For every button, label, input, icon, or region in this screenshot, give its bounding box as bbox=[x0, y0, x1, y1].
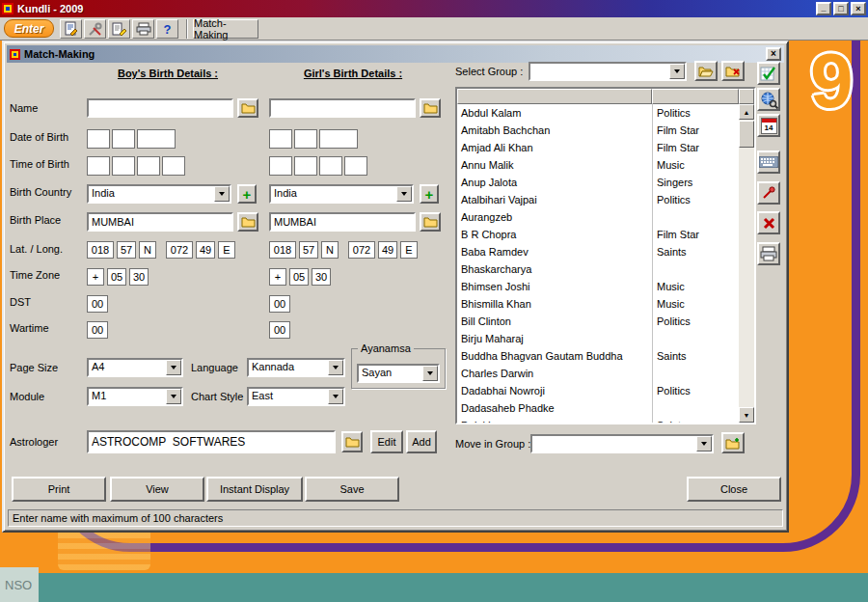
tools-button[interactable] bbox=[84, 19, 106, 39]
boy-lat-dir-input[interactable] bbox=[139, 241, 156, 259]
chart-style-select[interactable]: East bbox=[247, 387, 345, 406]
girl-dob-day-input[interactable] bbox=[269, 129, 292, 149]
boy-dob-year-input[interactable] bbox=[137, 129, 176, 149]
list-item[interactable]: Atalbihari VajpaiPolitics bbox=[457, 191, 739, 208]
chevron-down-icon[interactable] bbox=[669, 64, 685, 79]
boy-dob-month-input[interactable] bbox=[112, 129, 135, 149]
chevron-down-icon[interactable] bbox=[166, 389, 181, 404]
new-chart-button[interactable] bbox=[60, 19, 82, 39]
boy-long-deg-input[interactable] bbox=[166, 241, 193, 259]
search-globe-button[interactable] bbox=[757, 88, 780, 111]
edit-button[interactable]: Edit bbox=[370, 430, 403, 453]
scroll-up-button[interactable]: ▲ bbox=[739, 104, 754, 120]
delete-button[interactable] bbox=[757, 211, 780, 234]
list-item[interactable]: Bhismilla KhanMusic bbox=[457, 295, 739, 313]
module-select[interactable]: M1 bbox=[87, 387, 183, 406]
boy-lat-deg-input[interactable] bbox=[87, 241, 114, 259]
girl-name-input[interactable] bbox=[269, 98, 416, 118]
boy-name-browse-button[interactable] bbox=[237, 98, 258, 118]
chevron-down-icon[interactable] bbox=[214, 186, 230, 202]
print-button[interactable]: Print bbox=[12, 477, 106, 502]
language-select[interactable]: Kannada bbox=[247, 358, 345, 377]
boy-tob-hour-input[interactable] bbox=[87, 156, 110, 176]
list-item[interactable]: B R ChopraFilm Star bbox=[457, 226, 739, 243]
girl-wartime-input[interactable] bbox=[269, 321, 290, 339]
group-column-header[interactable] bbox=[652, 89, 739, 104]
help-button[interactable]: ? bbox=[156, 19, 178, 39]
list-item[interactable]: Bhimsen JoshiMusic bbox=[457, 278, 739, 295]
maximize-button[interactable]: □ bbox=[833, 2, 849, 15]
scroll-down-button[interactable]: ▼ bbox=[739, 407, 754, 423]
boy-lat-min-input[interactable] bbox=[117, 241, 136, 259]
print-toolbar-button[interactable] bbox=[132, 19, 154, 39]
chevron-down-icon[interactable] bbox=[166, 360, 181, 375]
delete-group-button[interactable] bbox=[721, 61, 745, 81]
boy-name-input[interactable] bbox=[87, 98, 233, 118]
girl-tob-minute-input[interactable] bbox=[294, 156, 317, 176]
boy-country-select[interactable]: India bbox=[87, 184, 231, 204]
page-size-select[interactable]: A4 bbox=[87, 358, 183, 377]
boy-dst-input[interactable] bbox=[87, 295, 108, 313]
list-item[interactable]: Annu MalikMusic bbox=[457, 156, 739, 174]
close-dialog-button[interactable]: Close bbox=[687, 477, 781, 502]
list-item[interactable]: Bill ClintonPolitics bbox=[457, 313, 739, 330]
list-item[interactable]: Birju Maharaj bbox=[457, 330, 739, 347]
girl-lat-min-input[interactable] bbox=[299, 241, 318, 259]
girl-name-browse-button[interactable] bbox=[420, 98, 441, 118]
girl-dst-input[interactable] bbox=[269, 295, 290, 313]
enter-logo-button[interactable]: Enter bbox=[4, 19, 54, 38]
view-button[interactable]: View bbox=[110, 477, 204, 502]
boy-tob-extra-input[interactable] bbox=[162, 156, 185, 176]
select-group-select[interactable] bbox=[529, 62, 687, 81]
boy-place-input[interactable] bbox=[87, 212, 233, 232]
girl-long-min-input[interactable] bbox=[378, 241, 397, 259]
boy-tz-hour-input[interactable] bbox=[107, 268, 126, 286]
boy-add-country-button[interactable]: + bbox=[237, 184, 257, 204]
close-button[interactable]: × bbox=[851, 2, 866, 15]
list-item[interactable]: Amjad Ali KhanFilm Star bbox=[457, 139, 739, 156]
chevron-down-icon[interactable] bbox=[696, 436, 712, 452]
list-item[interactable]: Anup JalotaSingers bbox=[457, 174, 739, 191]
girl-dob-month-input[interactable] bbox=[294, 129, 317, 149]
girl-add-country-button[interactable]: + bbox=[420, 184, 439, 204]
list-item[interactable]: Baba RamdevSaints bbox=[457, 243, 739, 260]
pin-button[interactable] bbox=[757, 181, 780, 205]
girl-tob-second-input[interactable] bbox=[319, 156, 342, 176]
new-group-button[interactable] bbox=[721, 432, 745, 453]
chevron-down-icon[interactable] bbox=[422, 366, 438, 381]
list-item[interactable]: Dadabhai NowrojiPolitics bbox=[457, 382, 739, 399]
calendar-button[interactable]: 14 bbox=[757, 114, 780, 137]
match-button[interactable] bbox=[757, 62, 780, 85]
girl-tz-hour-input[interactable] bbox=[289, 268, 309, 286]
astrologer-browse-button[interactable] bbox=[341, 431, 363, 452]
chevron-down-icon[interactable] bbox=[328, 360, 343, 375]
girl-lat-deg-input[interactable] bbox=[269, 241, 296, 259]
print-side-button[interactable] bbox=[757, 242, 780, 265]
list-item[interactable]: Charles Darwin bbox=[457, 365, 739, 382]
keyboard-button[interactable] bbox=[757, 150, 780, 174]
move-in-group-select[interactable] bbox=[530, 434, 714, 453]
chevron-down-icon[interactable] bbox=[396, 186, 412, 202]
name-column-header[interactable] bbox=[457, 89, 652, 104]
astrologer-input[interactable] bbox=[87, 430, 336, 453]
list-item[interactable]: Dalai LamaSaints bbox=[457, 417, 739, 423]
chevron-down-icon[interactable] bbox=[328, 389, 343, 404]
dialog-close-button[interactable]: × bbox=[766, 47, 781, 61]
list-item[interactable]: Bhaskarcharya bbox=[457, 260, 739, 278]
girl-place-browse-button[interactable] bbox=[420, 212, 441, 232]
boy-long-min-input[interactable] bbox=[196, 241, 215, 259]
girl-long-deg-input[interactable] bbox=[348, 241, 375, 259]
list-item[interactable]: Aurangzeb bbox=[457, 208, 739, 226]
boy-tz-sign-input[interactable] bbox=[87, 268, 104, 286]
add-button[interactable]: Add bbox=[406, 430, 437, 453]
boy-wartime-input[interactable] bbox=[87, 321, 108, 339]
boy-tob-second-input[interactable] bbox=[137, 156, 160, 176]
girl-country-select[interactable]: India bbox=[269, 184, 414, 204]
boy-place-browse-button[interactable] bbox=[237, 212, 258, 232]
minimize-button[interactable]: _ bbox=[816, 2, 831, 15]
list-item[interactable]: Buddha Bhagvan Gautam BuddhaSaints bbox=[457, 347, 739, 365]
boy-tz-min-input[interactable] bbox=[129, 268, 149, 286]
girl-tob-extra-input[interactable] bbox=[344, 156, 367, 176]
girl-tz-min-input[interactable] bbox=[312, 268, 331, 286]
scrollbar-thumb[interactable] bbox=[739, 121, 754, 148]
